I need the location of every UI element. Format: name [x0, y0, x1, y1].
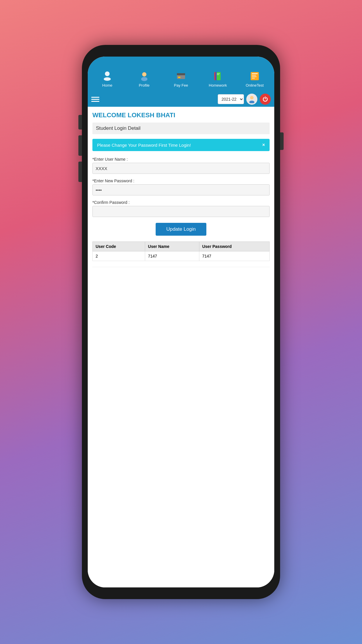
onlinetest-label: OnlineTest — [246, 83, 263, 88]
year-selector[interactable]: 2021-22 2022-23 2020-21 — [218, 94, 244, 104]
hamburger-line-3 — [91, 101, 99, 102]
hamburger-line-2 — [91, 99, 99, 100]
user-table: User Code User Name User Password 2 7147… — [92, 242, 270, 261]
payfee-icon — [175, 70, 187, 83]
svg-rect-11 — [217, 73, 220, 74]
profile-icon — [138, 70, 151, 83]
volume-down-button — [78, 135, 82, 156]
cell-user-password: 7147 — [199, 251, 269, 261]
update-login-button[interactable]: Update Login — [156, 223, 206, 236]
svg-point-18 — [250, 96, 254, 99]
phone-screen: Home Profile — [88, 57, 274, 587]
password-label: *Enter New Password : — [92, 178, 270, 183]
svg-rect-14 — [252, 73, 258, 74]
svg-rect-17 — [252, 78, 255, 78]
power-button[interactable] — [260, 94, 271, 105]
toolbar: 2021-22 2022-23 2020-21 — [88, 92, 274, 107]
col-header-user-password: User Password — [199, 242, 269, 251]
svg-point-1 — [104, 77, 111, 81]
homework-label: Homework — [209, 83, 227, 88]
new-password-input[interactable] — [92, 184, 270, 195]
welcome-title: WELCOME LOKESH BHATI — [92, 111, 270, 119]
phone-frame: Home Profile — [82, 45, 280, 599]
home-icon — [101, 70, 114, 83]
svg-point-19 — [249, 101, 254, 103]
svg-rect-15 — [252, 75, 256, 76]
cell-user-code: 2 — [93, 251, 145, 261]
nav-homework[interactable]: Homework — [199, 70, 236, 88]
power-side-button — [280, 132, 284, 150]
toolbar-right: 2021-22 2022-23 2020-21 — [218, 94, 271, 105]
volume-up-button — [78, 115, 82, 130]
home-label: Home — [102, 83, 113, 88]
confirm-password-field-group: *Confirm Password : — [92, 200, 270, 217]
svg-rect-6 — [177, 73, 185, 75]
table-row: 2 7147 7147 — [93, 251, 270, 261]
col-header-user-name: User Name — [145, 242, 199, 251]
nav-bar: Home Profile — [88, 65, 274, 92]
password-field-group: *Enter New Password : — [92, 178, 270, 195]
alert-close-button[interactable]: × — [262, 142, 265, 148]
nav-profile[interactable]: Profile — [126, 70, 162, 88]
hamburger-line-1 — [91, 97, 99, 98]
hamburger-menu[interactable] — [91, 97, 99, 102]
user-avatar-button[interactable] — [246, 94, 257, 105]
onlinetest-icon — [248, 70, 261, 83]
svg-rect-12 — [217, 74, 219, 75]
payfee-label: Pay Fee — [174, 83, 188, 88]
col-header-user-code: User Code — [93, 242, 145, 251]
confirm-password-input[interactable] — [92, 206, 270, 217]
content-divider — [92, 267, 270, 267]
nav-onlinetest[interactable]: OnlineTest — [236, 70, 273, 88]
section-header: Student Login Detail — [92, 123, 270, 134]
cell-user-name: 7147 — [145, 251, 199, 261]
username-label: *Enter User Name : — [92, 157, 270, 162]
svg-rect-16 — [252, 76, 256, 77]
nav-payfee[interactable]: Pay Fee — [163, 70, 199, 88]
main-content: WELCOME LOKESH BHATI Student Login Detai… — [88, 107, 274, 587]
profile-label: Profile — [139, 83, 150, 88]
silent-button — [78, 162, 82, 182]
svg-point-3 — [141, 77, 147, 81]
alert-banner: Please Change Your Password First Time L… — [92, 139, 270, 151]
confirm-password-label: *Confirm Password : — [92, 200, 270, 205]
status-bar — [88, 57, 274, 65]
username-field-group: *Enter User Name : — [92, 157, 270, 174]
alert-text: Please Change Your Password First Time L… — [97, 143, 191, 148]
homework-icon — [211, 70, 224, 83]
svg-rect-7 — [178, 77, 180, 78]
svg-point-0 — [105, 71, 110, 76]
nav-home[interactable]: Home — [89, 70, 126, 88]
username-input[interactable] — [92, 163, 270, 174]
